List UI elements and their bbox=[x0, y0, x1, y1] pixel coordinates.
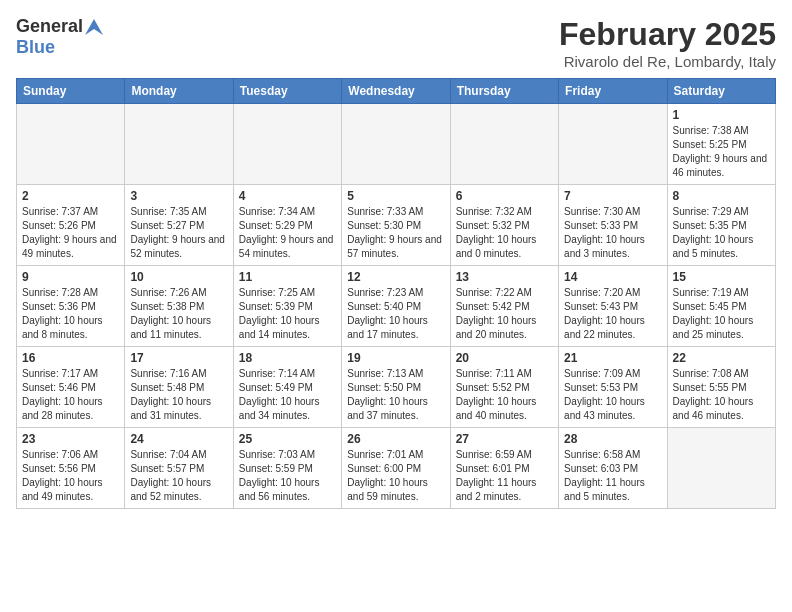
day-info: Sunrise: 7:29 AM Sunset: 5:35 PM Dayligh… bbox=[673, 205, 770, 261]
title-block: February 2025 Rivarolo del Re, Lombardy,… bbox=[559, 16, 776, 70]
weekday-header: Friday bbox=[559, 79, 667, 104]
day-number: 16 bbox=[22, 351, 119, 365]
day-number: 2 bbox=[22, 189, 119, 203]
day-info: Sunrise: 7:17 AM Sunset: 5:46 PM Dayligh… bbox=[22, 367, 119, 423]
day-number: 23 bbox=[22, 432, 119, 446]
day-info: Sunrise: 7:28 AM Sunset: 5:36 PM Dayligh… bbox=[22, 286, 119, 342]
calendar-day-cell: 26Sunrise: 7:01 AM Sunset: 6:00 PM Dayli… bbox=[342, 428, 450, 509]
day-info: Sunrise: 7:37 AM Sunset: 5:26 PM Dayligh… bbox=[22, 205, 119, 261]
calendar-day-cell: 25Sunrise: 7:03 AM Sunset: 5:59 PM Dayli… bbox=[233, 428, 341, 509]
page-header: General Blue February 2025 Rivarolo del … bbox=[16, 16, 776, 70]
day-number: 22 bbox=[673, 351, 770, 365]
day-info: Sunrise: 7:06 AM Sunset: 5:56 PM Dayligh… bbox=[22, 448, 119, 504]
calendar-day-cell: 8Sunrise: 7:29 AM Sunset: 5:35 PM Daylig… bbox=[667, 185, 775, 266]
calendar-day-cell bbox=[450, 104, 558, 185]
day-info: Sunrise: 7:23 AM Sunset: 5:40 PM Dayligh… bbox=[347, 286, 444, 342]
calendar-day-cell: 14Sunrise: 7:20 AM Sunset: 5:43 PM Dayli… bbox=[559, 266, 667, 347]
calendar-day-cell: 17Sunrise: 7:16 AM Sunset: 5:48 PM Dayli… bbox=[125, 347, 233, 428]
day-info: Sunrise: 6:59 AM Sunset: 6:01 PM Dayligh… bbox=[456, 448, 553, 504]
calendar-day-cell bbox=[342, 104, 450, 185]
calendar-day-cell bbox=[559, 104, 667, 185]
calendar-day-cell: 16Sunrise: 7:17 AM Sunset: 5:46 PM Dayli… bbox=[17, 347, 125, 428]
calendar-header-row: SundayMondayTuesdayWednesdayThursdayFrid… bbox=[17, 79, 776, 104]
day-info: Sunrise: 7:25 AM Sunset: 5:39 PM Dayligh… bbox=[239, 286, 336, 342]
day-number: 5 bbox=[347, 189, 444, 203]
day-number: 1 bbox=[673, 108, 770, 122]
weekday-header: Thursday bbox=[450, 79, 558, 104]
day-number: 19 bbox=[347, 351, 444, 365]
weekday-header: Tuesday bbox=[233, 79, 341, 104]
page-subtitle: Rivarolo del Re, Lombardy, Italy bbox=[559, 53, 776, 70]
calendar-table: SundayMondayTuesdayWednesdayThursdayFrid… bbox=[16, 78, 776, 509]
day-number: 25 bbox=[239, 432, 336, 446]
day-info: Sunrise: 6:58 AM Sunset: 6:03 PM Dayligh… bbox=[564, 448, 661, 504]
day-info: Sunrise: 7:38 AM Sunset: 5:25 PM Dayligh… bbox=[673, 124, 770, 180]
day-info: Sunrise: 7:32 AM Sunset: 5:32 PM Dayligh… bbox=[456, 205, 553, 261]
calendar-week-row: 16Sunrise: 7:17 AM Sunset: 5:46 PM Dayli… bbox=[17, 347, 776, 428]
calendar-day-cell: 28Sunrise: 6:58 AM Sunset: 6:03 PM Dayli… bbox=[559, 428, 667, 509]
day-number: 3 bbox=[130, 189, 227, 203]
svg-marker-0 bbox=[85, 19, 103, 35]
day-info: Sunrise: 7:11 AM Sunset: 5:52 PM Dayligh… bbox=[456, 367, 553, 423]
page-title: February 2025 bbox=[559, 16, 776, 53]
calendar-day-cell: 15Sunrise: 7:19 AM Sunset: 5:45 PM Dayli… bbox=[667, 266, 775, 347]
calendar-day-cell: 11Sunrise: 7:25 AM Sunset: 5:39 PM Dayli… bbox=[233, 266, 341, 347]
day-info: Sunrise: 7:20 AM Sunset: 5:43 PM Dayligh… bbox=[564, 286, 661, 342]
day-number: 27 bbox=[456, 432, 553, 446]
day-info: Sunrise: 7:16 AM Sunset: 5:48 PM Dayligh… bbox=[130, 367, 227, 423]
day-number: 4 bbox=[239, 189, 336, 203]
day-number: 6 bbox=[456, 189, 553, 203]
day-number: 18 bbox=[239, 351, 336, 365]
day-info: Sunrise: 7:22 AM Sunset: 5:42 PM Dayligh… bbox=[456, 286, 553, 342]
day-number: 17 bbox=[130, 351, 227, 365]
day-number: 9 bbox=[22, 270, 119, 284]
day-info: Sunrise: 7:08 AM Sunset: 5:55 PM Dayligh… bbox=[673, 367, 770, 423]
day-info: Sunrise: 7:33 AM Sunset: 5:30 PM Dayligh… bbox=[347, 205, 444, 261]
weekday-header: Monday bbox=[125, 79, 233, 104]
calendar-week-row: 2Sunrise: 7:37 AM Sunset: 5:26 PM Daylig… bbox=[17, 185, 776, 266]
day-info: Sunrise: 7:19 AM Sunset: 5:45 PM Dayligh… bbox=[673, 286, 770, 342]
calendar-day-cell: 10Sunrise: 7:26 AM Sunset: 5:38 PM Dayli… bbox=[125, 266, 233, 347]
day-number: 21 bbox=[564, 351, 661, 365]
calendar-day-cell: 21Sunrise: 7:09 AM Sunset: 5:53 PM Dayli… bbox=[559, 347, 667, 428]
weekday-header: Saturday bbox=[667, 79, 775, 104]
calendar-day-cell: 27Sunrise: 6:59 AM Sunset: 6:01 PM Dayli… bbox=[450, 428, 558, 509]
logo: General Blue bbox=[16, 16, 103, 58]
day-info: Sunrise: 7:14 AM Sunset: 5:49 PM Dayligh… bbox=[239, 367, 336, 423]
calendar-day-cell bbox=[125, 104, 233, 185]
calendar-day-cell: 6Sunrise: 7:32 AM Sunset: 5:32 PM Daylig… bbox=[450, 185, 558, 266]
calendar-day-cell: 3Sunrise: 7:35 AM Sunset: 5:27 PM Daylig… bbox=[125, 185, 233, 266]
logo-blue-text: Blue bbox=[16, 37, 55, 57]
day-number: 24 bbox=[130, 432, 227, 446]
calendar-day-cell bbox=[17, 104, 125, 185]
logo-general-text: General bbox=[16, 16, 83, 37]
day-info: Sunrise: 7:26 AM Sunset: 5:38 PM Dayligh… bbox=[130, 286, 227, 342]
calendar-day-cell bbox=[233, 104, 341, 185]
day-info: Sunrise: 7:04 AM Sunset: 5:57 PM Dayligh… bbox=[130, 448, 227, 504]
day-number: 7 bbox=[564, 189, 661, 203]
day-info: Sunrise: 7:03 AM Sunset: 5:59 PM Dayligh… bbox=[239, 448, 336, 504]
calendar-day-cell: 9Sunrise: 7:28 AM Sunset: 5:36 PM Daylig… bbox=[17, 266, 125, 347]
day-number: 11 bbox=[239, 270, 336, 284]
day-number: 15 bbox=[673, 270, 770, 284]
day-info: Sunrise: 7:13 AM Sunset: 5:50 PM Dayligh… bbox=[347, 367, 444, 423]
calendar-day-cell bbox=[667, 428, 775, 509]
day-info: Sunrise: 7:30 AM Sunset: 5:33 PM Dayligh… bbox=[564, 205, 661, 261]
calendar-day-cell: 4Sunrise: 7:34 AM Sunset: 5:29 PM Daylig… bbox=[233, 185, 341, 266]
day-number: 12 bbox=[347, 270, 444, 284]
day-number: 13 bbox=[456, 270, 553, 284]
day-number: 20 bbox=[456, 351, 553, 365]
day-number: 10 bbox=[130, 270, 227, 284]
calendar-day-cell: 18Sunrise: 7:14 AM Sunset: 5:49 PM Dayli… bbox=[233, 347, 341, 428]
calendar-day-cell: 12Sunrise: 7:23 AM Sunset: 5:40 PM Dayli… bbox=[342, 266, 450, 347]
calendar-day-cell: 5Sunrise: 7:33 AM Sunset: 5:30 PM Daylig… bbox=[342, 185, 450, 266]
calendar-week-row: 9Sunrise: 7:28 AM Sunset: 5:36 PM Daylig… bbox=[17, 266, 776, 347]
logo-bird-icon bbox=[85, 19, 103, 35]
calendar-day-cell: 2Sunrise: 7:37 AM Sunset: 5:26 PM Daylig… bbox=[17, 185, 125, 266]
calendar-day-cell: 19Sunrise: 7:13 AM Sunset: 5:50 PM Dayli… bbox=[342, 347, 450, 428]
day-info: Sunrise: 7:35 AM Sunset: 5:27 PM Dayligh… bbox=[130, 205, 227, 261]
day-number: 26 bbox=[347, 432, 444, 446]
calendar-week-row: 23Sunrise: 7:06 AM Sunset: 5:56 PM Dayli… bbox=[17, 428, 776, 509]
calendar-day-cell: 13Sunrise: 7:22 AM Sunset: 5:42 PM Dayli… bbox=[450, 266, 558, 347]
calendar-day-cell: 22Sunrise: 7:08 AM Sunset: 5:55 PM Dayli… bbox=[667, 347, 775, 428]
